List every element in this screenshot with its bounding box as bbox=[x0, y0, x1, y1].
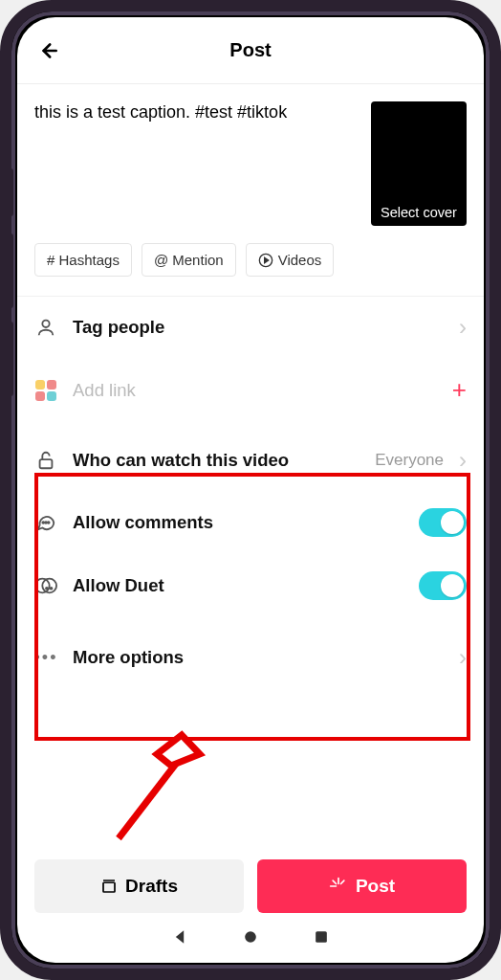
duet-icon bbox=[34, 574, 57, 597]
header: Post bbox=[17, 17, 484, 84]
svg-line-15 bbox=[333, 880, 336, 883]
who-can-watch-label: Who can watch this video bbox=[73, 450, 359, 471]
svg-point-10 bbox=[46, 588, 48, 590]
svg-rect-4 bbox=[40, 459, 53, 468]
footer: Drafts Post bbox=[17, 842, 484, 921]
mention-chip[interactable]: @ Mention bbox=[142, 243, 236, 277]
caption-section: this is a test caption. #test #tiktok Se… bbox=[17, 84, 484, 243]
svg-point-11 bbox=[51, 588, 53, 590]
more-options-label: More options bbox=[73, 647, 444, 668]
ellipsis-icon: ••• bbox=[34, 646, 57, 669]
add-link-label: Add link bbox=[73, 380, 437, 401]
svg-line-16 bbox=[340, 880, 343, 883]
more-options-row[interactable]: ••• More options › bbox=[17, 617, 484, 698]
chip-bar: # Hashtags @ Mention Videos bbox=[17, 243, 484, 297]
drafts-button[interactable]: Drafts bbox=[34, 859, 244, 913]
system-navbar bbox=[17, 921, 484, 963]
select-cover-label: Select cover bbox=[371, 205, 467, 220]
caption-input[interactable]: this is a test caption. #test #tiktok bbox=[34, 101, 358, 226]
link-icon bbox=[34, 379, 57, 402]
hashtags-chip[interactable]: # Hashtags bbox=[34, 243, 132, 277]
plus-icon: + bbox=[452, 375, 467, 405]
videos-chip[interactable]: Videos bbox=[246, 243, 335, 277]
lock-icon bbox=[34, 449, 57, 472]
who-can-watch-value: Everyone bbox=[375, 451, 444, 470]
allow-comments-toggle[interactable] bbox=[419, 508, 467, 537]
nav-home-icon[interactable] bbox=[241, 927, 260, 950]
back-button[interactable] bbox=[34, 37, 61, 64]
chevron-right-icon: › bbox=[459, 314, 467, 341]
svg-point-7 bbox=[48, 522, 50, 523]
svg-point-3 bbox=[42, 321, 49, 327]
page-title: Post bbox=[17, 39, 484, 61]
svg-point-19 bbox=[245, 931, 256, 943]
nav-recents-icon[interactable] bbox=[312, 927, 331, 950]
svg-marker-2 bbox=[264, 257, 268, 262]
svg-marker-18 bbox=[176, 930, 184, 943]
allow-duet-row: Allow Duet bbox=[17, 554, 484, 617]
chevron-right-icon: › bbox=[459, 644, 467, 671]
who-can-watch-row[interactable]: Who can watch this video Everyone › bbox=[17, 422, 484, 491]
svg-point-5 bbox=[42, 522, 44, 523]
allow-duet-toggle[interactable] bbox=[419, 571, 467, 600]
post-button[interactable]: Post bbox=[257, 859, 467, 913]
tag-people-row[interactable]: Tag people › bbox=[17, 297, 484, 358]
nav-back-icon[interactable] bbox=[170, 927, 189, 950]
select-cover-button[interactable]: Select cover bbox=[371, 101, 467, 226]
person-icon bbox=[34, 316, 57, 339]
tag-people-label: Tag people bbox=[73, 317, 444, 338]
allow-comments-label: Allow comments bbox=[73, 512, 403, 533]
allow-duet-label: Allow Duet bbox=[73, 575, 403, 596]
add-link-row[interactable]: Add link + bbox=[17, 358, 484, 422]
svg-rect-12 bbox=[103, 882, 115, 892]
comment-icon bbox=[34, 511, 57, 534]
chevron-right-icon: › bbox=[459, 447, 467, 474]
svg-rect-20 bbox=[316, 931, 327, 943]
allow-comments-row: Allow comments bbox=[17, 491, 484, 554]
svg-point-6 bbox=[45, 522, 47, 523]
